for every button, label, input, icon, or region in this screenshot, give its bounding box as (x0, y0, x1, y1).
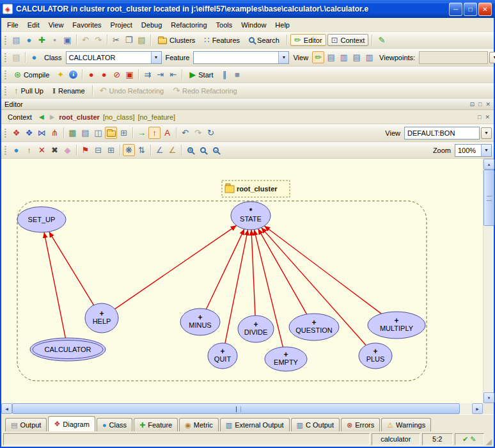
class-node-plus[interactable]: +PLUS (359, 343, 392, 369)
menu-help[interactable]: Help (271, 20, 294, 30)
save-icon[interactable]: ▣ (61, 34, 74, 46)
class-node-set_up[interactable]: SET_UP (17, 207, 66, 232)
toolbar-grip[interactable] (4, 145, 6, 156)
go-to-icon[interactable]: → (136, 127, 148, 139)
viewpoints-dropdown-button[interactable]: ▼ (489, 52, 495, 63)
step-into-icon[interactable]: ⇥ (154, 68, 166, 81)
capture-icon[interactable]: ◫ (92, 127, 104, 139)
print-diagram-icon[interactable]: ▤ (79, 127, 91, 139)
class-node-question[interactable]: +QUESTION (289, 314, 339, 340)
class-node-minus[interactable]: +MINUS (180, 308, 220, 335)
feature-combobox[interactable]: ▼ (193, 51, 289, 64)
freeze-icon[interactable]: ▪ (49, 34, 61, 46)
toolbar-grip[interactable] (4, 52, 6, 63)
step-over-icon[interactable]: ⇉ (141, 68, 153, 81)
menu-view[interactable]: View (44, 20, 68, 30)
tab-external-output[interactable]: ▥External Output (220, 418, 290, 431)
close-pane-icon[interactable]: ✕ (485, 101, 491, 108)
search-button[interactable]: Search (245, 35, 283, 46)
step-out-icon[interactable]: ⇤ (167, 68, 179, 81)
start-button[interactable]: ▶ Start (185, 68, 217, 81)
grid-icon[interactable]: ⊞ (105, 144, 117, 156)
class-node-state[interactable]: *STATE (231, 202, 271, 230)
chevron-down-icon[interactable]: ▼ (151, 52, 161, 63)
new-class-tool-icon[interactable]: ● (10, 144, 22, 156)
scroll-right-icon[interactable]: ▶ (472, 403, 483, 414)
menu-file[interactable]: File (3, 20, 23, 30)
maximize-pane-icon[interactable]: □ (478, 101, 482, 108)
info-icon[interactable]: i (67, 68, 79, 81)
minimize-button[interactable]: ─ (449, 3, 462, 16)
view-ancestors-icon[interactable]: ▥ (363, 51, 375, 63)
view-dropdown-button[interactable]: ▼ (481, 127, 492, 139)
context-cluster[interactable]: root_cluster (59, 113, 100, 121)
tab-errors[interactable]: ⊗Errors (341, 418, 380, 431)
debug-run-icon[interactable]: ● (85, 68, 97, 81)
eraser-tool-icon[interactable]: ◆ (61, 144, 74, 156)
copy-icon[interactable]: ❐ (123, 34, 135, 46)
delete-tool-icon[interactable]: ✕ (36, 144, 48, 156)
cluster-links-icon[interactable]: ❖ (23, 127, 35, 139)
resize-grip[interactable]: ◢ (486, 438, 492, 445)
add-class-icon[interactable]: ✚ (36, 34, 48, 46)
horizontal-scrollbar[interactable]: ◀ ▶ (1, 403, 483, 414)
tab-output[interactable]: ▤Output (5, 418, 47, 431)
scroll-down-icon[interactable]: ▼ (483, 392, 494, 403)
inheritance-edge-help-state[interactable] (115, 225, 237, 309)
horizontal-scroll-thumb[interactable] (12, 403, 460, 414)
view-editor-icon[interactable]: ✏ (312, 51, 324, 63)
anchor-tool-icon[interactable]: ✖ (49, 144, 61, 156)
inheritance-edge-help-set_up[interactable] (49, 232, 94, 305)
tab-feature[interactable]: ✚Feature (134, 418, 178, 431)
precompile-icon[interactable]: ✦ (54, 68, 67, 81)
new-document-icon[interactable]: ▤ (10, 34, 22, 46)
vertical-scrollbar[interactable]: ▲ ▼ (483, 159, 494, 403)
inheritance-links-icon[interactable]: ⋔ (49, 127, 61, 139)
inheritance-edge-calculator-set_up[interactable] (44, 232, 65, 338)
inheritance-tool-icon[interactable]: ↑ (148, 127, 161, 139)
view-interface-icon[interactable]: ▤ (350, 51, 363, 63)
tab-c-output[interactable]: ▥C Output (291, 418, 340, 431)
inheritance-edge-minus-state[interactable] (207, 229, 245, 309)
export-image-icon[interactable]: ▦ (67, 127, 79, 139)
menu-debug[interactable]: Debug (137, 20, 166, 30)
diagram-refresh-icon[interactable]: ↻ (205, 127, 217, 139)
pull-up-button[interactable]: ↑ Pull Up (10, 84, 47, 97)
menu-window[interactable]: Window (237, 20, 271, 30)
zoom-combobox[interactable]: 100% ▼ (455, 144, 492, 157)
new-inheritance-tool-icon[interactable]: ↑ (23, 144, 35, 156)
diagram-undo-icon[interactable]: ↶ (179, 127, 191, 139)
cluster-folder-icon[interactable] (105, 127, 117, 139)
scroll-left-icon[interactable]: ◀ (1, 403, 12, 414)
close-button[interactable]: ✕ (478, 3, 492, 16)
tab-diagram[interactable]: ❖Diagram (48, 416, 95, 431)
inheritance-edge-divide-state[interactable] (251, 230, 255, 316)
angle-high-icon[interactable]: ∠ (153, 144, 166, 156)
context-button[interactable]: ⊡ Context (327, 34, 369, 46)
flag-icon[interactable]: ⚑ (79, 144, 91, 156)
debug-ignore-breakpoints-icon[interactable]: ▣ (123, 68, 136, 81)
tab-warnings[interactable]: ⚠Warnings (381, 418, 431, 431)
menu-edit[interactable]: Edit (23, 20, 44, 30)
stop-icon[interactable]: ■ (232, 68, 244, 81)
tab-class[interactable]: ●Class (97, 418, 132, 431)
toolbar-grip[interactable] (4, 128, 6, 138)
zoom-out-icon[interactable] (210, 144, 222, 156)
close-pane-icon[interactable]: ✕ (485, 114, 490, 120)
class-node-quit[interactable]: +QUIT (208, 343, 237, 369)
toolbar-grip[interactable] (4, 86, 6, 96)
text-tool-icon[interactable]: A (161, 127, 173, 139)
debug-step-icon[interactable]: ● (98, 68, 110, 81)
class-links-icon[interactable]: ❖ (10, 127, 22, 139)
undock-pane-icon[interactable]: ⊡ (469, 101, 475, 108)
paste-icon[interactable]: ▤ (136, 34, 148, 46)
toolbar-grip[interactable] (4, 70, 6, 80)
class-icon[interactable]: ● (28, 51, 40, 63)
diagram-canvas[interactable]: root_clusterSET_UP*STATE+HELPCALCULATOR+… (1, 159, 483, 403)
chevron-down-icon[interactable]: ▼ (481, 145, 491, 156)
history-back-icon[interactable]: ◀ (38, 113, 45, 120)
menu-project[interactable]: Project (106, 20, 137, 30)
features-button[interactable]: ∷ Features (200, 34, 244, 46)
toolbar-grip[interactable] (4, 35, 6, 45)
external-editor-icon[interactable]: ✎ (375, 34, 388, 46)
